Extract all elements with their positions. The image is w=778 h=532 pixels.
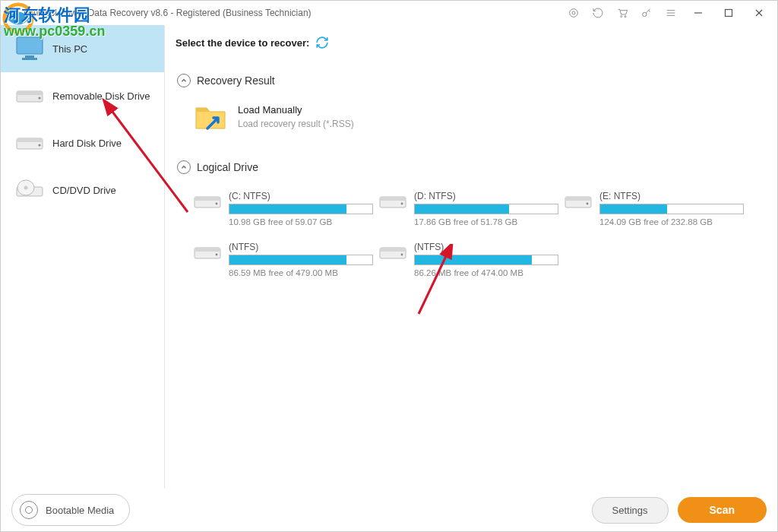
history-icon[interactable] [587, 2, 609, 24]
drive-item[interactable]: (D: NTFS) 17.86 GB free of 51.78 GB [379, 191, 558, 226]
target-icon[interactable] [563, 2, 584, 24]
svg-rect-17 [22, 58, 37, 60]
svg-rect-15 [17, 37, 43, 54]
svg-point-26 [24, 186, 28, 190]
section-logical-drive: Logical Drive [177, 160, 762, 174]
sidebar: This PC Removable Disk Drive Hard Disk D… [1, 25, 165, 489]
sidebar-item-label: Hard Disk Drive [52, 138, 122, 149]
section-recovery-result: Recovery Result [177, 74, 762, 87]
svg-rect-31 [380, 197, 406, 201]
drive-icon [379, 191, 406, 212]
capacity-bar [414, 255, 558, 265]
drive-item[interactable]: (NTFS) 86.26 MB free of 474.00 MB [379, 242, 558, 277]
drive-free-text: 17.86 GB free of 51.78 GB [414, 217, 558, 226]
sidebar-item-label: CD/DVD Drive [52, 185, 116, 196]
svg-rect-40 [380, 248, 406, 252]
maximize-button[interactable] [715, 2, 742, 24]
sidebar-item-removable[interactable]: Removable Disk Drive [1, 72, 164, 119]
svg-point-7 [643, 12, 647, 16]
instruction-text: Select the device to recover: [176, 37, 309, 49]
svg-point-23 [38, 144, 40, 146]
capacity-bar [599, 204, 744, 214]
svg-rect-34 [565, 197, 591, 201]
capacity-bar [414, 204, 558, 214]
svg-point-38 [216, 254, 218, 256]
app-logo-icon [5, 7, 17, 19]
svg-point-32 [401, 203, 403, 205]
drive-item[interactable]: (NTFS) 86.59 MB free of 479.00 MB [194, 242, 373, 277]
drive-label: (D: NTFS) [414, 191, 558, 201]
svg-rect-37 [194, 248, 220, 252]
drive-label: (NTFS) [229, 242, 373, 252]
harddisk-icon [14, 129, 45, 157]
svg-point-29 [216, 203, 218, 205]
bootable-media-button[interactable]: Bootable Media [11, 494, 130, 526]
disc-icon [20, 501, 38, 519]
drive-icon [379, 242, 406, 263]
drives-grid: (C: NTFS) 10.98 GB free of 59.07 GB (D: … [172, 183, 762, 277]
menu-icon[interactable] [660, 2, 682, 24]
drive-free-text: 86.59 MB free of 479.00 MB [229, 268, 373, 277]
drive-icon [194, 191, 221, 212]
svg-point-41 [401, 254, 403, 256]
settings-button[interactable]: Settings [592, 497, 669, 524]
svg-rect-19 [17, 91, 43, 95]
drive-label: (E: NTFS) [599, 191, 744, 201]
load-manually-title: Load Manually [238, 104, 354, 116]
sidebar-item-label: Removable Disk Drive [52, 90, 150, 102]
svg-rect-28 [194, 197, 220, 201]
close-button[interactable] [745, 2, 773, 24]
svg-point-35 [587, 203, 589, 205]
svg-rect-22 [17, 138, 43, 142]
svg-point-20 [38, 97, 40, 99]
svg-rect-2 [9, 17, 14, 18]
refresh-icon[interactable] [315, 36, 329, 49]
drive-item[interactable]: (E: NTFS) 124.09 GB free of 232.88 GB [565, 191, 744, 226]
drive-label: (NTFS) [414, 242, 558, 252]
drive-free-text: 86.26 MB free of 474.00 MB [414, 268, 558, 277]
minimize-button[interactable] [685, 2, 712, 24]
key-icon[interactable] [636, 2, 657, 24]
load-manually-row[interactable]: Load Manually Load recovery result (*.RS… [172, 97, 762, 136]
svg-rect-12 [726, 10, 732, 17]
removable-drive-icon [14, 82, 45, 109]
bottom-bar: Bootable Media Settings Scan [1, 489, 777, 531]
sidebar-item-cddvd[interactable]: CD/DVD Drive [1, 166, 164, 214]
sidebar-item-this-pc[interactable]: This PC [1, 25, 164, 72]
chevron-up-icon[interactable] [177, 74, 191, 87]
load-manually-subtitle: Load recovery result (*.RSS) [238, 119, 354, 129]
section-title: Logical Drive [197, 161, 258, 173]
cd-drive-icon [14, 176, 45, 204]
monitor-icon [14, 35, 45, 62]
drive-item[interactable]: (C: NTFS) 10.98 GB free of 59.07 GB [194, 191, 373, 226]
svg-point-6 [625, 16, 626, 17]
svg-rect-16 [25, 55, 34, 58]
chevron-up-icon[interactable] [177, 160, 191, 174]
sidebar-item-label: This PC [52, 43, 87, 55]
main-panel: Select the device to recover: Recovery R… [165, 25, 777, 489]
drive-free-text: 124.09 GB free of 232.88 GB [599, 217, 744, 226]
bootable-label: Bootable Media [46, 505, 114, 516]
instruction-row: Select the device to recover: [172, 25, 762, 60]
svg-rect-1 [6, 8, 17, 16]
sidebar-item-harddisk[interactable]: Hard Disk Drive [1, 119, 164, 166]
window-title: MiniTool Power Data Recovery v8.6 - Regi… [24, 8, 563, 18]
scan-button[interactable]: Scan [678, 497, 767, 523]
cart-icon[interactable] [612, 2, 633, 24]
drive-label: (C: NTFS) [229, 191, 373, 201]
svg-point-5 [621, 16, 622, 17]
svg-point-3 [570, 9, 578, 17]
drive-icon [194, 242, 221, 263]
titlebar: MiniTool Power Data Recovery v8.6 - Regi… [1, 1, 777, 25]
capacity-bar [229, 204, 373, 214]
drive-icon [565, 191, 592, 212]
section-title: Recovery Result [197, 74, 275, 87]
capacity-bar [229, 255, 373, 265]
folder-load-icon [194, 101, 227, 131]
svg-point-4 [572, 11, 575, 14]
drive-free-text: 10.98 GB free of 59.07 GB [229, 217, 373, 226]
